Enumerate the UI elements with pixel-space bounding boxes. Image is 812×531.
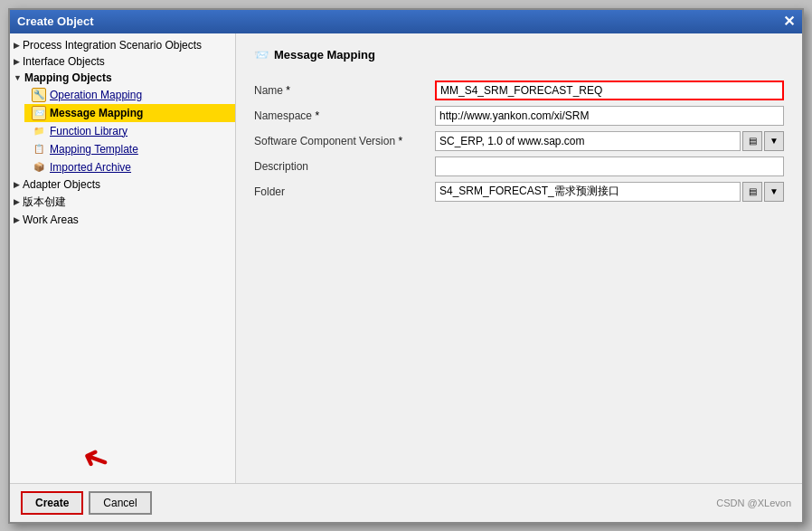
form-row-namespace: Namespace * [254,103,784,128]
form-input-cell-description [435,154,784,179]
sidebar-item-label: Work Areas [23,213,79,226]
sidebar-item-work-areas[interactable]: ▶ Work Areas [10,212,235,228]
form-input-cell-namespace [435,103,784,128]
sidebar-item-label: Imported Archive [50,161,131,174]
namespace-input[interactable] [435,106,784,126]
expand-arrow: ▶ [14,41,20,50]
title-bar: Create Object ✕ [10,10,802,33]
dialog-body: ▶ Process Integration Scenario Objects ▶… [10,33,802,483]
sidebar-item-operation-mapping[interactable]: 🔧 Operation Mapping [24,86,235,104]
sidebar-item-label: Function Library [50,125,127,137]
sidebar-item-label: 版本创建 [23,194,66,210]
form-row-name: Name * [254,78,784,103]
dialog-title: Create Object [17,14,94,28]
scv-dropdown-button[interactable]: ▼ [764,131,784,151]
expand-arrow: ▶ [14,197,20,206]
form-row-description: Description [254,154,784,179]
sidebar-item-label: Process Integration Scenario Objects [23,39,202,52]
sidebar-item-interface-objects[interactable]: ▶ Interface Objects [10,53,235,70]
message-mapping-icon: 📨 [32,106,46,120]
sidebar-item-label: Mapping Template [50,143,138,156]
sidebar-item-imported-archive[interactable]: 📦 Imported Archive [24,158,235,176]
sidebar-item-label: Interface Objects [23,55,105,68]
form-row-folder: Folder ▤ ▼ [254,179,784,204]
cancel-button[interactable]: Cancel [89,491,151,515]
required-star: * [286,84,290,97]
mapping-template-icon: 📋 [32,142,46,156]
imported-archive-icon: 📦 [32,160,46,175]
section-title-text: Message Mapping [274,48,375,62]
required-star: * [315,109,319,122]
scv-browse-button[interactable]: ▤ [742,131,762,151]
watermark: CSDN @XLevon [716,498,791,508]
sidebar-item-label: Mapping Objects [24,71,112,84]
form-label-folder: Folder [254,179,435,204]
left-panel: ▶ Process Integration Scenario Objects ▶… [10,33,236,483]
close-button[interactable]: ✕ [783,14,795,29]
operation-mapping-icon: 🔧 [32,88,46,102]
right-panel: 📨 Message Mapping Name * [236,33,802,483]
form-input-cell-name [435,78,784,103]
form-label-description: Description [254,154,435,179]
button-group: Create Cancel [21,491,152,515]
form-label-namespace: Namespace * [254,103,435,128]
folder-dropdown-button[interactable]: ▼ [764,182,784,202]
scv-input[interactable] [435,131,741,151]
form-table: Name * Namespace * [254,78,784,204]
folder-input-group: ▤ ▼ [435,182,784,202]
expand-arrow: ▼ [14,73,22,82]
folder-browse-button[interactable]: ▤ [742,182,762,202]
description-input[interactable] [435,156,784,176]
sidebar-item-message-mapping[interactable]: 📨 Message Mapping [24,104,235,122]
create-object-dialog: Create Object ✕ ▶ Process Integration Sc… [8,8,804,524]
sidebar-item-mapping-template[interactable]: 📋 Mapping Template [24,140,235,158]
mapping-objects-children: 🔧 Operation Mapping 📨 Message Mapping 📁 … [10,86,235,176]
sidebar-item-label: Message Mapping [50,107,143,119]
form-input-cell-folder: ▤ ▼ [435,179,784,204]
form-input-cell-scv: ▤ ▼ [435,128,784,154]
expand-arrow: ▶ [14,215,20,224]
expand-arrow: ▶ [14,57,20,66]
required-star: * [398,135,402,147]
section-icon: 📨 [254,48,269,62]
section-title: 📨 Message Mapping [254,48,784,62]
scv-input-group: ▤ ▼ [435,131,784,151]
bottom-bar: Create Cancel CSDN @XLevon [10,483,802,522]
create-button[interactable]: Create [21,491,83,515]
form-label-name: Name * [254,78,435,103]
form-row-scv: Software Component Version * ▤ ▼ [254,128,784,154]
sidebar-item-label: Adapter Objects [23,178,100,191]
sidebar-item-version-create[interactable]: ▶ 版本创建 [10,193,235,212]
sidebar-item-adapter-objects[interactable]: ▶ Adapter Objects [10,176,235,193]
sidebar-item-function-library[interactable]: 📁 Function Library [24,122,235,140]
expand-arrow: ▶ [14,180,20,189]
name-input[interactable] [435,81,784,100]
sidebar-item-label: Operation Mapping [50,89,142,101]
sidebar-item-process-integration[interactable]: ▶ Process Integration Scenario Objects [10,37,235,53]
folder-input[interactable] [435,182,741,202]
form-label-scv: Software Component Version * [254,128,435,154]
function-library-icon: 📁 [32,124,46,138]
sidebar-item-mapping-objects[interactable]: ▼ Mapping Objects [10,70,235,86]
